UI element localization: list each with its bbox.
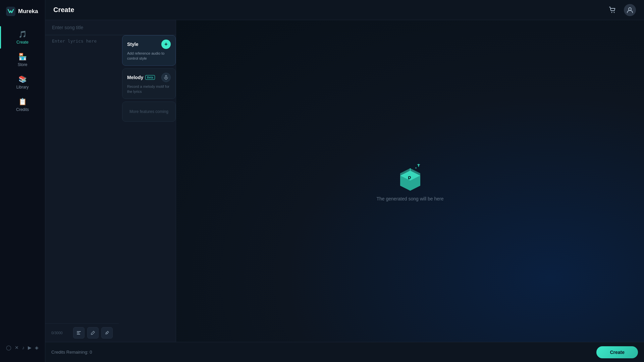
- lyrics-tools: [73, 327, 113, 339]
- create-button[interactable]: Create: [596, 346, 638, 358]
- style-card[interactable]: Style + Add reference audio to control s…: [122, 35, 176, 66]
- topbar-actions: [606, 4, 636, 16]
- youtube-icon[interactable]: ▶: [28, 345, 32, 350]
- instagram-icon[interactable]: ◯: [6, 345, 11, 350]
- sidebar-item-create[interactable]: 🎵 Create: [0, 26, 45, 49]
- user-icon: [627, 7, 633, 13]
- create-icon: 🎵: [18, 30, 27, 38]
- melody-mic-button[interactable]: [161, 73, 171, 82]
- empty-state-text: The generated song will be here: [376, 196, 443, 201]
- svg-point-9: [415, 167, 417, 169]
- melody-card-header: Melody Beta: [127, 73, 171, 82]
- cart-button[interactable]: [606, 4, 619, 16]
- sidebar: Mureka 🎵 Create 🏪 Store 📚 Library 📋 Cred…: [0, 0, 45, 362]
- sidebar-label-credits: Credits: [16, 107, 29, 112]
- style-add-button[interactable]: +: [161, 40, 171, 49]
- svg-rect-5: [77, 333, 79, 333]
- svg-point-2: [614, 12, 615, 13]
- sidebar-label-store: Store: [18, 62, 28, 67]
- beta-badge: Beta: [145, 75, 155, 80]
- edit-icon: [91, 330, 95, 335]
- page-title: Create: [53, 6, 74, 14]
- discord-icon[interactable]: ◈: [35, 345, 39, 350]
- svg-point-3: [629, 8, 631, 10]
- edit-tool-button[interactable]: [87, 327, 99, 339]
- sidebar-label-create: Create: [16, 40, 29, 45]
- app-name: Mureka: [18, 8, 38, 15]
- feature-cards: Style + Add reference audio to control s…: [119, 35, 176, 342]
- logo: Mureka: [0, 7, 44, 26]
- create-bar: Credits Remaining: 0 Create: [45, 342, 644, 362]
- main-wrapper: Create: [45, 0, 644, 362]
- x-icon[interactable]: ✕: [15, 345, 19, 350]
- lyrics-input[interactable]: [45, 35, 119, 323]
- format-icon: [76, 330, 81, 335]
- user-avatar-button[interactable]: [624, 4, 636, 16]
- melody-card-description: Record a melody motif for the lyrics: [127, 84, 171, 95]
- sidebar-item-credits[interactable]: 📋 Credits: [0, 94, 45, 116]
- highlight-tool-button[interactable]: [101, 327, 113, 339]
- sidebar-item-store[interactable]: 🏪 Store: [0, 49, 45, 71]
- library-icon: 📚: [18, 75, 27, 83]
- style-card-header: Style +: [127, 40, 171, 49]
- melody-card-title: Melody: [127, 75, 143, 80]
- mureka-logo-icon: [6, 7, 15, 16]
- highlight-icon: [105, 330, 109, 335]
- empty-box-illustration: [395, 161, 425, 191]
- style-card-title: Style: [127, 42, 138, 47]
- cart-icon: [609, 6, 616, 14]
- format-tool-button[interactable]: [73, 327, 85, 339]
- melody-card[interactable]: Melody Beta Record a me: [122, 68, 176, 99]
- song-title-input[interactable]: [45, 20, 176, 35]
- sidebar-label-library: Library: [16, 85, 29, 89]
- right-main-area: The generated song will be here: [176, 20, 644, 342]
- svg-rect-7: [165, 75, 167, 78]
- more-features-text: More features coming: [129, 109, 168, 114]
- credits-remaining-label: Credits Remaining: 0: [51, 350, 596, 355]
- lyrics-bottom-bar: 0/3000: [45, 323, 119, 342]
- mic-icon: [164, 75, 168, 80]
- store-icon: 🏪: [18, 53, 27, 61]
- tiktok-icon[interactable]: ♪: [22, 345, 24, 350]
- empty-state: The generated song will be here: [376, 161, 443, 201]
- credits-icon: 📋: [18, 98, 27, 106]
- content-area: 0/3000: [45, 20, 644, 342]
- topbar: Create: [45, 0, 644, 20]
- char-count: 0/3000: [51, 331, 63, 335]
- melody-title-row: Melody Beta: [127, 75, 155, 80]
- left-panel: 0/3000: [45, 20, 176, 342]
- social-links: ◯ ✕ ♪ ▶ ◈: [0, 340, 45, 355]
- svg-point-1: [611, 12, 612, 13]
- more-features-card: More features coming: [122, 102, 176, 122]
- svg-rect-4: [77, 331, 81, 332]
- style-card-description: Add reference audio to control style: [127, 51, 171, 61]
- svg-rect-6: [77, 334, 80, 335]
- sidebar-item-library[interactable]: 📚 Library: [0, 71, 45, 94]
- lyrics-area: 0/3000: [45, 35, 119, 342]
